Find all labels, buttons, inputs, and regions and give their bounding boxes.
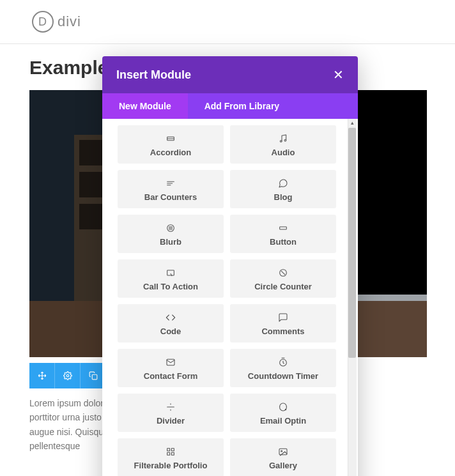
call-to-action-icon [166,266,176,279]
modal-header: Insert Module ✕ [102,56,358,93]
module-item-audio[interactable]: Audio [230,125,336,164]
tab-add-from-library[interactable]: Add From Library [188,93,296,119]
svg-rect-32 [167,452,170,455]
modules-grid: AccordionAudioBar CountersBlogBlurbButto… [118,125,336,476]
module-label: Email Optin [260,416,306,426]
module-label: Call To Action [143,282,198,291]
svg-point-6 [66,374,69,377]
duplicate-icon [89,371,98,380]
move-icon [38,371,47,380]
module-label: Countdown Timer [248,371,318,381]
logo: D divi [32,11,81,33]
svg-rect-34 [279,449,287,454]
accordion-icon [166,132,176,145]
divider-icon [166,401,176,413]
module-label: Bar Counters [144,192,197,202]
button-icon [278,222,288,234]
gear-icon [63,371,72,380]
svg-rect-7 [92,374,97,380]
close-icon: ✕ [333,68,344,82]
blog-icon [278,177,288,190]
audio-icon [278,132,288,145]
module-item-accordion[interactable]: Accordion [118,125,224,164]
module-item-comments[interactable]: Comments [230,304,336,342]
module-label: Accordion [150,148,191,157]
module-item-filterable-portfolio[interactable]: Filterable Portfolio [118,438,224,476]
scrollbar-thumb[interactable] [348,128,356,358]
tab-new-module[interactable]: New Module [102,93,188,119]
module-item-bar-counters[interactable]: Bar Counters [118,170,224,208]
svg-rect-31 [171,448,174,450]
email-optin-icon [278,401,288,413]
module-label: Circle Counter [254,282,312,291]
module-label: Filterable Portfolio [134,461,208,470]
comments-icon [278,311,288,324]
module-item-countdown-timer[interactable]: Countdown Timer [230,349,336,387]
svg-rect-33 [171,452,174,455]
logo-mark: D [32,11,54,33]
module-label: Comments [261,326,304,336]
contact-form-icon [166,356,176,369]
svg-point-15 [284,139,286,141]
module-item-code[interactable]: Code [118,304,224,342]
svg-rect-26 [167,359,174,365]
svg-rect-30 [167,448,170,450]
countdown-timer-icon [278,356,288,369]
module-label: Gallery [269,461,297,470]
module-label: Audio [272,148,295,157]
module-item-gallery[interactable]: Gallery [230,438,336,476]
module-label: Blog [274,192,293,202]
move-button[interactable] [29,363,55,388]
module-label: Code [160,326,181,336]
modal-title: Insert Module [116,68,191,82]
circle-counter-icon [278,266,288,279]
gallery-icon [278,445,288,458]
modal-tabs: New Module Add From Library [102,93,358,119]
svg-point-35 [281,450,282,452]
module-item-contact-form[interactable]: Contact Form [118,349,224,387]
app-header: D divi [0,0,455,44]
module-item-call-to-action[interactable]: Call To Action [118,259,224,298]
svg-point-14 [280,140,282,142]
module-item-circle-counter[interactable]: Circle Counter [230,259,336,298]
modal-close-button[interactable]: ✕ [333,68,344,81]
module-label: Divider [157,416,185,426]
module-item-blurb[interactable]: Blurb [118,215,224,253]
module-item-button[interactable]: Button [230,215,336,253]
module-label: Button [270,237,297,247]
module-item-email-optin[interactable]: Email Optin [230,394,336,432]
module-label: Blurb [160,237,181,247]
modal-body: AccordionAudioBar CountersBlogBlurbButto… [102,119,358,476]
logo-text: divi [58,13,81,30]
svg-rect-23 [280,227,287,229]
scroll-up-arrow-icon[interactable]: ▴ [348,119,356,127]
code-icon [166,311,176,324]
insert-module-modal: Insert Module ✕ New Module Add From Libr… [102,56,358,476]
blurb-icon [166,222,176,234]
svg-rect-24 [167,270,174,275]
modal-scrollbar[interactable]: ▴ [345,119,358,476]
filterable-portfolio-icon [166,445,176,458]
module-item-blog[interactable]: Blog [230,170,336,208]
module-item-divider[interactable]: Divider [118,394,224,432]
settings-button[interactable] [55,363,81,388]
module-label: Contact Form [144,371,198,381]
bar-counters-icon [166,177,176,190]
